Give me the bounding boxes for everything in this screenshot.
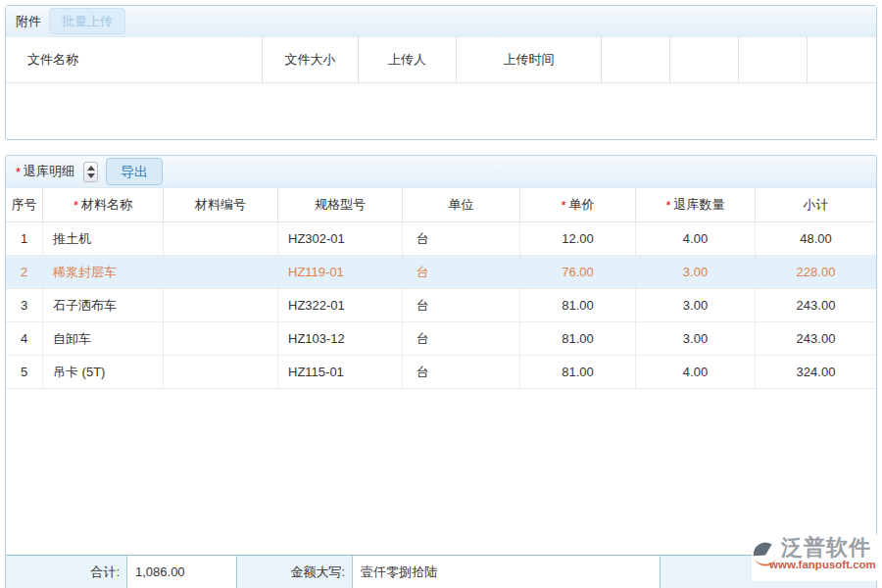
amount-words-label: 金额大写: [237, 556, 352, 588]
table-row[interactable]: 3 石子洒布车 HZ322-01 台 81.00 3.00 243.00 [6, 289, 876, 322]
totals-footer: 合计: 1,086.00 金额大写: 壹仟零捌拾陆 [6, 555, 876, 588]
total-label: 合计: [6, 556, 126, 588]
attachments-panel: 附件 批量上传 文件名称 文件大小 上传人 上传时间 [5, 5, 877, 140]
col-header-file-name: 文件名称 [6, 37, 263, 82]
return-detail-title: * 退库明细 [16, 163, 74, 180]
detail-table-header: 序号 *材料名称 材料编号 规格型号 单位 *单价 *退库数量 小计 [6, 188, 876, 222]
col-header-material-code: 材料编号 [164, 188, 278, 221]
export-button[interactable]: 导出 [106, 158, 163, 185]
return-detail-panel: * 退库明细 导出 序号 *材料名称 材料编号 规格型号 单位 *单价 *退库数… [5, 155, 877, 588]
table-row[interactable]: 2 稀浆封层车 HZ119-01 台 76.00 3.00 228.00 [6, 256, 876, 289]
batch-upload-button[interactable]: 批量上传 [49, 8, 125, 34]
watermark-texts: 泛普软件 www.fanpusoft.com [781, 537, 876, 571]
attachments-title: 附件 [16, 13, 41, 30]
col-header-seq: 序号 [6, 188, 43, 221]
attachments-table-header: 文件名称 文件大小 上传人 上传时间 [6, 37, 876, 83]
col-header-material-name: *材料名称 [43, 188, 164, 221]
table-row[interactable]: 4 自卸车 HZ103-12 台 81.00 3.00 243.00 [6, 322, 876, 356]
vendor-watermark: 泛普软件 www.fanpusoft.com [752, 535, 882, 581]
col-header-uploader: 上传人 [359, 37, 457, 82]
col-header-spec: 规格型号 [278, 188, 403, 221]
col-header-empty-1 [602, 37, 670, 82]
total-value: 1,086.00 [126, 556, 237, 588]
col-header-unit-price: *单价 [520, 188, 636, 221]
col-header-subtotal: 小计 [756, 188, 876, 221]
watermark-brand: 泛普软件 [781, 537, 876, 559]
row-count-stepper[interactable] [83, 162, 98, 182]
col-header-unit: 单位 [403, 188, 520, 221]
amount-words-value: 壹仟零捌拾陆 [352, 556, 661, 588]
col-header-file-size: 文件大小 [263, 37, 359, 82]
col-header-return-qty: *退库数量 [636, 188, 756, 221]
attachments-table-body-empty [6, 83, 876, 141]
col-header-empty-4 [808, 37, 876, 82]
col-header-empty-2 [670, 37, 739, 82]
watermark-url: www.fanpusoft.com [769, 560, 876, 571]
required-asterisk: * [16, 165, 21, 179]
return-detail-titlebar: * 退库明细 导出 [6, 156, 876, 188]
col-header-empty-3 [739, 37, 808, 82]
table-row[interactable]: 1 推土机 HZ302-01 台 12.00 4.00 48.00 [6, 222, 876, 256]
stepper-up-icon[interactable] [87, 166, 95, 171]
attachments-titlebar: 附件 批量上传 [6, 6, 876, 37]
detail-table-empty-area [6, 389, 876, 555]
stepper-down-icon[interactable] [87, 173, 95, 178]
table-row[interactable]: 5 吊卡 (5T) HZ115-01 台 81.00 4.00 324.00 [6, 356, 876, 389]
col-header-upload-time: 上传时间 [457, 37, 602, 82]
